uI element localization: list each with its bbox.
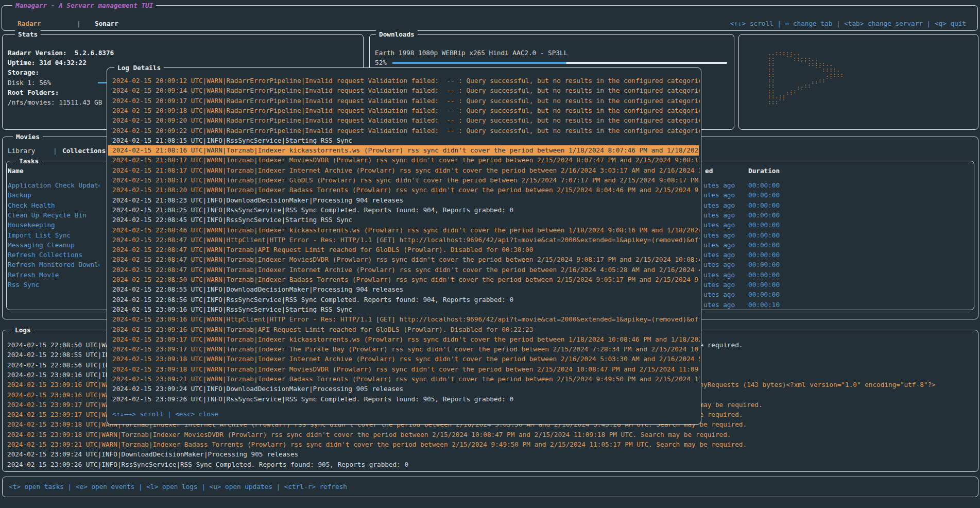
task-name[interactable]: Messaging Cleanup [8, 240, 99, 250]
task-duration: 00:00:00 [748, 200, 780, 211]
log-detail-line[interactable]: 2024-02-15 22:08:47 UTC|WARN|Torznab|Ind… [112, 255, 700, 265]
log-detail-line[interactable]: 2024-02-15 21:08:17 UTC|WARN|Torznab|Ind… [112, 165, 700, 176]
log-detail-line[interactable]: 2024-02-15 21:08:15 UTC|INFO|RssSyncServ… [112, 136, 352, 146]
task-name[interactable]: Refresh Movie [8, 270, 99, 280]
task-name[interactable]: Refresh Collections [8, 250, 99, 260]
task-queued-fragment: utes ago [703, 290, 735, 300]
log-detail-line[interactable]: 2024-02-15 23:09:17 UTC|WARN|Torznab|Ind… [112, 344, 700, 354]
downloads-title: Downloads [376, 29, 418, 39]
log-details-help: <↑↓←→> scroll | <esc> close [112, 409, 218, 419]
log-detail-line[interactable]: 2024-02-15 22:08:46 UTC|WARN|Torznab|Ind… [112, 225, 700, 235]
tab-sonarr[interactable]: Sonarr [95, 19, 118, 29]
tasks-title: Tasks [16, 156, 42, 166]
task-duration: 00:00:00 [748, 190, 780, 200]
log-detail-line[interactable]: 2024-02-15 21:08:17 UTC|WARN|Torznab|Ind… [112, 155, 700, 165]
log-detail-line[interactable]: 2024-02-15 23:09:16 UTC|INFO|RssSyncServ… [112, 304, 352, 315]
log-detail-line[interactable]: 2024-02-15 20:09:22 UTC|WARN|RadarrError… [112, 126, 700, 136]
task-queued-fragment: utes ago [703, 240, 735, 250]
download-progress-fill [392, 62, 566, 64]
log-detail-line[interactable]: 2024-02-15 20:09:12 UTC|WARN|RadarrError… [112, 76, 700, 86]
task-name[interactable]: Housekeeping [8, 220, 99, 230]
task-queued-fragment: utes ago [703, 280, 735, 290]
log-detail-line[interactable]: 2024-02-15 23:09:16 UTC|WARN|Torznab|API… [112, 325, 533, 335]
task-duration: 00:00:00 [748, 180, 780, 191]
log-detail-line[interactable]: 2024-02-15 22:08:56 UTC|INFO|RssSyncServ… [112, 295, 513, 305]
task-name[interactable]: Clean Up Recycle Bin [8, 210, 99, 221]
movies-tab-separator: | [53, 146, 57, 156]
task-duration: 00:00:00 [748, 240, 780, 250]
task-queued-fragment: utes ago [703, 250, 735, 260]
header-panel: Managarr - A Servarr management TUI Rada… [2, 5, 978, 31]
log-detail-line[interactable]: 2024-02-15 23:09:16 UTC|WARN|HttpClient|… [112, 314, 700, 325]
task-name[interactable]: Check Health [8, 200, 99, 211]
task-duration: 00:00:00 [748, 270, 780, 280]
log-detail-line[interactable]: 2024-02-15 23:09:17 UTC|WARN|Torznab|Ind… [112, 334, 700, 345]
log-detail-line[interactable]: 2024-02-15 23:09:18 UTC|WARN|Torznab|Ind… [112, 364, 700, 375]
tasks-duration-header: Duration [748, 166, 780, 176]
log-detail-line[interactable]: 2024-02-15 20:09:17 UTC|WARN|RadarrError… [112, 96, 700, 106]
task-name[interactable]: Import List Sync [8, 230, 99, 241]
logs-panel-line: 2024-02-15 23:09:24 UTC|INFO|DownloadDec… [7, 449, 974, 460]
managarr-screen: Managarr - A Servarr management TUI Rada… [0, 0, 980, 508]
task-name[interactable]: Backup [8, 190, 99, 200]
task-name[interactable]: Refresh Monitored Downloads [8, 260, 99, 270]
version-label: Radarr Version: [8, 49, 67, 57]
task-name[interactable]: Rss Sync [8, 280, 99, 290]
log-detail-line[interactable]: 2024-02-15 20:09:14 UTC|WARN|RadarrError… [112, 86, 700, 96]
task-queued-fragment: utes ago [703, 220, 735, 230]
task-queued-fragment: utes ago [703, 230, 735, 241]
tasks-queued-header-fragment: ed [705, 166, 713, 176]
stats-version-row: Radarr Version: 5.2.6.8376 [8, 48, 114, 58]
managarr-play-logo-icon: ..:::::.. :: ``:::::.. :: ``:::::.. :: `… [761, 51, 844, 105]
task-duration: 00:00:10 [748, 300, 780, 310]
logs-panel-line: 2024-02-15 23:09:26 UTC|INFO|RssSyncServ… [7, 460, 974, 470]
footer-bar: <t> open tasks | <e> open events | <l> o… [2, 477, 978, 497]
log-detail-line[interactable]: 2024-02-15 21:08:23 UTC|INFO|DownloadDec… [112, 195, 403, 206]
log-detail-line[interactable]: 2024-02-15 23:09:21 UTC|WARN|Torznab|Ind… [112, 374, 700, 384]
log-detail-line[interactable]: 2024-02-15 21:08:25 UTC|INFO|RssSyncServ… [112, 205, 513, 215]
log-detail-line[interactable]: 2024-02-15 22:08:50 UTC|WARN|Torznab|Ind… [112, 275, 700, 285]
task-queued-fragment: utes ago [703, 190, 735, 200]
log-details-modal: Log Details 2024-02-15 20:09:12 UTC|WARN… [107, 67, 701, 425]
uptime-value: 31d 04:32:22 [39, 59, 87, 66]
logs-panel-line: 2024-02-15 23:09:18 UTC|WARN|Torznab|Ind… [7, 430, 974, 440]
tab-radarr[interactable]: Radarr [18, 19, 41, 29]
stats-title: Stats [15, 29, 41, 39]
log-detail-line[interactable]: 2024-02-15 22:08:47 UTC|WARN|Torznab|Ind… [112, 265, 700, 275]
log-detail-line[interactable]: 2024-02-15 22:08:47 UTC|WARN|HttpClient|… [112, 235, 700, 245]
task-duration: 00:00:00 [748, 280, 780, 290]
movies-tab-collections[interactable]: Collections [62, 146, 106, 156]
root-folders-label: Root Folders: [8, 88, 59, 98]
log-detail-line[interactable]: 2024-02-15 21:08:17 UTC|WARN|Torznab|Ind… [112, 175, 700, 185]
log-detail-line[interactable]: 2024-02-15 23:09:24 UTC|INFO|DownloadDec… [112, 384, 403, 394]
app-title: Managarr - A Servarr management TUI [12, 1, 156, 10]
task-queued-fragment: utes ago [703, 300, 735, 310]
task-name[interactable]: Application Check Update [8, 180, 99, 191]
log-detail-line[interactable]: 2024-02-15 20:09:18 UTC|WARN|RadarrError… [112, 106, 700, 116]
download-percent: 52% [375, 58, 387, 68]
tasks-name-header: Name [8, 166, 24, 176]
log-detail-line[interactable]: 2024-02-15 21:08:16 UTC|WARN|Torznab|Ind… [108, 145, 699, 156]
footer-keybinds: <t> open tasks | <e> open events | <l> o… [9, 482, 347, 492]
log-details-lines: 2024-02-15 20:09:12 UTC|WARN|RadarrError… [107, 68, 700, 423]
version-value: 5.2.6.8376 [75, 49, 114, 57]
log-detail-line[interactable]: 2024-02-15 22:08:55 UTC|INFO|DownloadDec… [112, 284, 403, 295]
log-detail-line[interactable]: 2024-02-15 20:09:20 UTC|WARN|RadarrError… [112, 115, 700, 126]
task-queued-fragment: utes ago [703, 260, 735, 270]
log-detail-line[interactable]: 2024-02-15 21:08:20 UTC|WARN|Torznab|Ind… [112, 185, 700, 195]
log-detail-line[interactable]: 2024-02-15 22:08:45 UTC|INFO|RssSyncServ… [112, 215, 352, 225]
log-detail-line[interactable]: 2024-02-15 23:09:18 UTC|WARN|Torznab|Ind… [112, 354, 700, 364]
disk-percent: 56% [39, 79, 51, 87]
download-progress-bar [392, 62, 727, 64]
task-queued-fragment: utes ago [703, 270, 735, 280]
logs-panel-line: 2024-02-15 23:09:21 UTC|WARN|Torznab|Ind… [7, 439, 974, 450]
task-queued-fragment: utes ago [703, 210, 735, 221]
logo-panel: ..:::::.. :: ``:::::.. :: ``:::::.. :: `… [738, 34, 978, 130]
task-duration: 00:00:00 [748, 210, 780, 221]
movies-title: Movies [13, 132, 43, 142]
stats-uptime-row: Uptime: 31d 04:32:22 [8, 58, 87, 68]
movies-tab-library[interactable]: Library [8, 146, 35, 156]
log-detail-line[interactable]: 2024-02-15 23:09:26 UTC|INFO|RssSyncServ… [112, 394, 513, 404]
log-detail-line[interactable]: 2024-02-15 22:08:47 UTC|WARN|Torznab|API… [112, 245, 533, 255]
tab-separator: | [77, 19, 81, 29]
